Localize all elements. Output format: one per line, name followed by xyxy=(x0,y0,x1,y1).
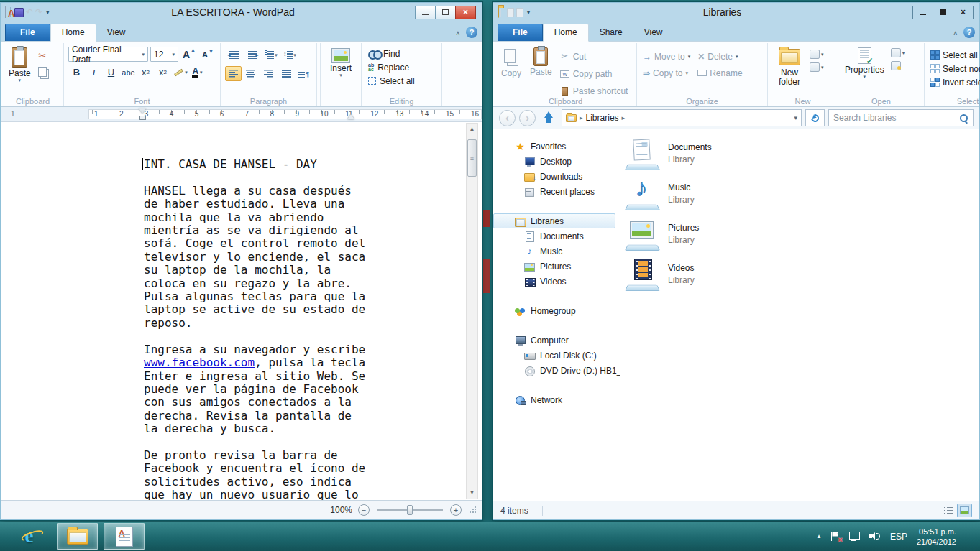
invert-selection-button[interactable]: Invert selection xyxy=(928,75,980,89)
replace-button[interactable]: Replace xyxy=(365,60,439,74)
font-family-select[interactable]: Courier Final Draft▾ xyxy=(68,47,148,62)
cut-icon[interactable]: ✂ xyxy=(35,48,50,62)
nav-item-videos[interactable]: Videos xyxy=(493,274,620,289)
document-line[interactable]: sofá. Coge el control remoto del xyxy=(144,237,365,250)
decrease-indent-icon[interactable]: ◄ xyxy=(225,47,242,62)
first-line-indent-marker[interactable] xyxy=(139,108,146,114)
search-input[interactable] xyxy=(833,113,959,123)
help-icon[interactable]: ? xyxy=(963,27,975,38)
vertical-scrollbar[interactable]: ▲ ▼ xyxy=(466,123,478,499)
wordpad-titlebar[interactable]: ↶ ↷ ▾ LA ESCRITORA - WordPad × xyxy=(1,3,482,22)
move-to-button[interactable]: →Move to▾ xyxy=(640,50,693,63)
breadcrumb[interactable]: ▸ Libraries ▸ ▾ xyxy=(562,109,802,126)
nav-item-network[interactable]: Network xyxy=(493,392,620,407)
maximize-button[interactable] xyxy=(435,6,456,19)
strikethrough-button[interactable]: abe xyxy=(120,65,137,80)
close-button[interactable]: × xyxy=(953,6,974,19)
nav-item-libraries[interactable]: Libraries xyxy=(493,213,615,228)
copy-icon[interactable] xyxy=(35,65,50,79)
tray-expand-icon[interactable]: ▲ xyxy=(816,533,822,540)
nav-item-pictures[interactable]: Pictures xyxy=(493,259,620,274)
properties-button[interactable]: Properties ▾ xyxy=(841,45,888,81)
maximize-button[interactable] xyxy=(933,6,953,19)
minimize-button[interactable] xyxy=(912,6,933,19)
qat-dropdown-icon[interactable]: ▾ xyxy=(526,9,531,16)
explorer-titlebar[interactable]: ▾ Libraries × xyxy=(493,3,979,22)
file-list[interactable]: DocumentsLibrary♪MusicLibraryPicturesLib… xyxy=(620,129,979,501)
insert-button[interactable]: Insert ▾ xyxy=(324,47,358,80)
minimize-ribbon-icon[interactable]: ∧ xyxy=(455,29,460,37)
scroll-up-icon[interactable]: ▲ xyxy=(467,124,477,135)
taskbar-explorer-button[interactable] xyxy=(57,523,98,550)
paragraph-dialog-icon[interactable]: ¶ xyxy=(296,66,312,81)
nav-item-dvd-drive-d-hb1-[interactable]: DVD Drive (D:) HB1_ xyxy=(493,363,620,378)
minimize-ribbon-icon[interactable]: ∧ xyxy=(953,29,958,37)
copy-to-button[interactable]: ⇒Copy to▾ xyxy=(640,66,693,80)
document-line[interactable]: HANSEL llega a su casa después xyxy=(144,185,365,198)
find-button[interactable]: Find xyxy=(365,47,439,60)
document-line[interactable]: la derecha y busca. xyxy=(144,422,365,435)
taskbar-ie-button[interactable]: e xyxy=(9,523,50,550)
paste-button[interactable]: Paste xyxy=(526,45,556,98)
document-line[interactable]: mochila que la va abriendo xyxy=(144,211,365,224)
document-line[interactable]: de haber estudiado. Lleva una xyxy=(144,198,365,210)
library-item-videos[interactable]: VideosLibrary xyxy=(626,259,979,299)
document-line[interactable]: Facebook y encuentra el ícono de xyxy=(144,462,365,475)
select-all-button[interactable]: Select all xyxy=(365,74,439,88)
document-line[interactable]: www.facebook.com, pulsa la tecla xyxy=(144,356,365,369)
increase-indent-icon[interactable]: ► xyxy=(244,47,261,62)
tab-file[interactable]: File xyxy=(498,24,543,41)
highlight-button[interactable]: ▾ xyxy=(172,65,188,80)
zoom-in-icon[interactable]: + xyxy=(450,504,462,516)
easy-access-button[interactable]: ▾ xyxy=(810,62,824,72)
taskbar-wordpad-button[interactable] xyxy=(104,523,145,550)
zoom-out-icon[interactable]: − xyxy=(358,504,370,516)
qat-dropdown-icon[interactable]: ▾ xyxy=(45,9,50,16)
forward-button[interactable]: › xyxy=(519,110,536,126)
tab-home[interactable]: Home xyxy=(50,24,96,42)
document-line[interactable]: que hay un nuevo usuario que lo xyxy=(144,489,365,500)
nav-item-homegroup[interactable]: Homegroup xyxy=(493,303,620,318)
copy-path-button[interactable]: WCopy path xyxy=(557,67,631,80)
tab-file[interactable]: File xyxy=(5,24,50,41)
facebook-link[interactable]: www.facebook.com xyxy=(144,356,255,369)
shrink-font-button[interactable]: A▼ xyxy=(199,47,216,62)
align-right-icon[interactable] xyxy=(260,66,277,81)
address-dropdown-icon[interactable]: ▾ xyxy=(794,114,797,121)
subscript-button[interactable]: x2 xyxy=(137,65,154,80)
clock[interactable]: 05:51 p.m. 21/04/2012 xyxy=(917,527,956,547)
document-line[interactable]: su laptop de la mochila, la xyxy=(144,264,365,277)
document-line[interactable]: laptop se active de su estado de xyxy=(144,303,365,316)
history-button[interactable] xyxy=(891,61,905,70)
redo-icon[interactable]: ↷ xyxy=(35,7,42,17)
right-indent-marker[interactable] xyxy=(347,114,354,119)
tab-view[interactable]: View xyxy=(633,24,674,41)
nav-item-music[interactable]: ♪Music xyxy=(493,244,620,259)
breadcrumb-item[interactable]: Libraries xyxy=(586,113,619,123)
open-button[interactable]: ▾ xyxy=(891,48,905,57)
cut-button[interactable]: ✂Cut xyxy=(557,50,631,63)
zoom-slider-thumb[interactable] xyxy=(407,505,413,515)
nav-item-favorites[interactable]: ★Favorites xyxy=(493,139,620,154)
delete-button[interactable]: ✕Delete▾ xyxy=(695,50,745,63)
volume-icon[interactable] xyxy=(869,532,881,541)
document-line[interactable]: reposo. xyxy=(144,317,365,330)
wordpad-app-icon[interactable] xyxy=(5,7,6,17)
tab-home[interactable]: Home xyxy=(543,24,589,42)
close-button[interactable]: × xyxy=(455,6,476,19)
document-line[interactable]: derecha. Revisa la pantalla de xyxy=(144,409,365,422)
library-item-music[interactable]: ♪MusicLibrary xyxy=(626,178,979,218)
document-line[interactable]: televisor y lo enciende, el saca xyxy=(144,251,365,264)
document-area[interactable]: INT. CASA DE HANSEL - DAY HANSEL llega a… xyxy=(1,122,482,500)
scrollbar-thumb[interactable] xyxy=(467,139,477,177)
new-item-button[interactable]: ▾ xyxy=(810,50,824,59)
nav-item-desktop[interactable]: Desktop xyxy=(493,154,620,169)
properties-qat-icon[interactable] xyxy=(507,8,514,17)
save-icon[interactable] xyxy=(14,8,24,17)
explorer-app-icon[interactable] xyxy=(498,7,499,17)
document-line[interactable]: Pulsa algunas teclas para que la xyxy=(144,290,365,303)
document-line[interactable]: Ingresa a su navegador y escribe xyxy=(144,343,365,356)
details-view-button[interactable] xyxy=(940,504,956,517)
breadcrumb-arrow-icon[interactable]: ▸ xyxy=(622,114,626,121)
italic-button[interactable]: I xyxy=(86,65,102,80)
